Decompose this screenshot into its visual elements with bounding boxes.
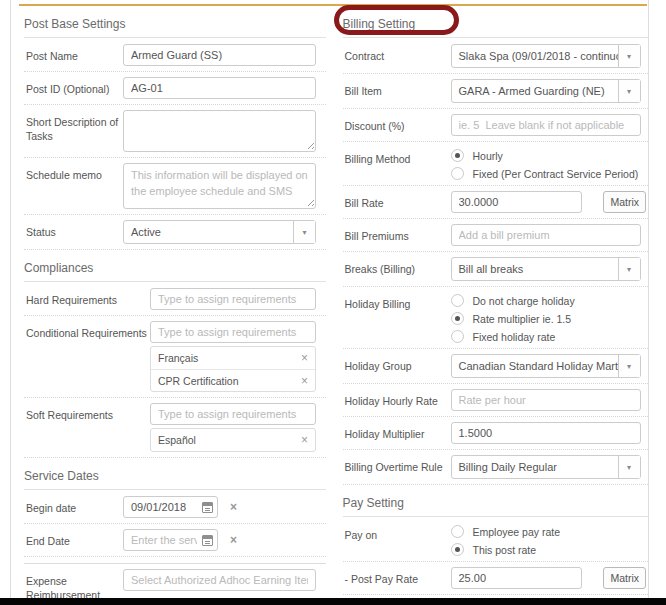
end-date-label: End Date: [26, 529, 123, 548]
chevron-down-icon[interactable]: ▾: [293, 221, 315, 243]
holiday-hourly-rate-label: Holiday Hourly Rate: [345, 389, 451, 408]
clear-date-icon[interactable]: ×: [230, 500, 237, 514]
chevron-down-icon[interactable]: ▾: [618, 258, 640, 280]
billing-overtime-rule-select[interactable]: Billing Daily Regular ▾: [451, 455, 641, 479]
billing-method-option-hourly[interactable]: Hourly: [451, 149, 649, 162]
conditional-requirements-row: Conditional Requirements Français × CPR …: [24, 316, 326, 398]
conditional-requirements-label: Conditional Requirements: [26, 321, 150, 340]
remove-tag-icon[interactable]: ×: [301, 352, 308, 364]
hard-requirements-row: Hard Requirements: [24, 283, 326, 316]
contract-label: Contract: [345, 44, 451, 63]
short-description-textarea[interactable]: [123, 110, 316, 152]
expense-reimbursement-row: Expense Reimbursement: [24, 564, 326, 598]
bill-rate-input[interactable]: [451, 191, 582, 213]
holiday-billing-option-none[interactable]: Do not charge holiday: [451, 294, 649, 307]
billing-method-label: Billing Method: [345, 147, 451, 166]
expense-reimbursement-input[interactable]: [123, 569, 316, 591]
radio-icon[interactable]: [451, 167, 464, 180]
begin-date-label: Begin date: [26, 496, 123, 515]
right-column: Billing Setting Contract Slaka Spa (09/0…: [343, 10, 649, 598]
post-id-label: Post ID (Optional): [26, 77, 123, 96]
radio-label: Do not charge holiday: [473, 295, 575, 307]
post-pay-rate-label: - Post Pay Rate: [345, 567, 451, 586]
requirement-tag: Español ×: [151, 429, 315, 451]
chevron-down-icon[interactable]: ▾: [618, 456, 640, 478]
conditional-requirements-input[interactable]: [150, 321, 316, 343]
pay-on-option-post[interactable]: This post rate: [451, 543, 649, 556]
holiday-billing-option-fixed[interactable]: Fixed holiday rate: [451, 330, 649, 343]
billing-method-option-fixed[interactable]: Fixed (Per Contract Service Period): [451, 167, 649, 180]
holiday-multiplier-input[interactable]: [451, 422, 641, 444]
section-pay-setting: Pay Setting: [343, 489, 649, 517]
holiday-group-select-value: Canadian Standard Holiday MartLK, GDFRI,…: [452, 360, 618, 372]
bottom-black-bar: [0, 598, 666, 605]
billing-overtime-rule-row: Billing Overtime Rule Billing Daily Regu…: [343, 450, 649, 485]
hard-requirements-input[interactable]: [150, 288, 316, 310]
bill-item-select-value: GARA - Armed Guarding (NE): [452, 85, 618, 97]
discount-input[interactable]: [451, 114, 641, 136]
radio-label: Fixed holiday rate: [473, 331, 556, 343]
radio-selected-icon[interactable]: [451, 149, 464, 162]
breaks-billing-select-value: Bill all breaks: [452, 263, 618, 275]
radio-icon[interactable]: [451, 525, 464, 538]
billing-setting-title: Billing Setting: [343, 17, 416, 31]
soft-requirements-input[interactable]: [150, 403, 316, 425]
post-id-row: Post ID (Optional): [24, 72, 326, 105]
holiday-hourly-rate-row: Holiday Hourly Rate: [343, 384, 649, 417]
holiday-hourly-rate-input[interactable]: [451, 389, 641, 411]
chevron-down-icon[interactable]: ▾: [618, 45, 640, 67]
radio-icon[interactable]: [451, 330, 464, 343]
radio-icon[interactable]: [451, 294, 464, 307]
status-label: Status: [26, 220, 123, 239]
calendar-icon[interactable]: [202, 535, 213, 546]
conditional-requirements-tags: Français × CPR Certification ×: [150, 346, 316, 392]
holiday-multiplier-row: Holiday Multiplier: [343, 417, 649, 450]
bill-item-label: Bill Item: [345, 79, 451, 98]
bill-premiums-row: Bill Premiums: [343, 219, 649, 252]
bill-rate-matrix-button[interactable]: Matrix: [603, 191, 646, 213]
post-name-label: Post Name: [26, 44, 123, 63]
bill-item-select[interactable]: GARA - Armed Guarding (NE) ▾: [451, 79, 641, 103]
schedule-memo-textarea[interactable]: [123, 163, 316, 209]
requirement-tag-label: Français: [158, 352, 301, 364]
contract-row: Contract Slaka Spa (09/01/2018 - continu…: [343, 39, 649, 74]
post-pay-rate-row: - Post Pay Rate Matrix: [343, 562, 649, 595]
remove-tag-icon[interactable]: ×: [301, 375, 308, 387]
requirement-tag-label: Español: [158, 434, 301, 446]
breaks-billing-select[interactable]: Bill all breaks ▾: [451, 257, 641, 281]
pay-on-option-employee[interactable]: Employee pay rate: [451, 525, 649, 538]
billing-overtime-rule-select-value: Billing Daily Regular: [452, 461, 618, 473]
status-select[interactable]: Active ▾: [123, 220, 316, 244]
holiday-group-select[interactable]: Canadian Standard Holiday MartLK, GDFRI,…: [451, 354, 641, 378]
clear-date-icon[interactable]: ×: [230, 533, 237, 547]
bill-item-row: Bill Item GARA - Armed Guarding (NE) ▾: [343, 74, 649, 109]
post-id-input[interactable]: [123, 77, 316, 99]
radio-selected-icon[interactable]: [451, 312, 464, 325]
short-description-row: Short Description of Tasks: [24, 105, 326, 158]
hard-requirements-label: Hard Requirements: [26, 288, 150, 307]
bill-rate-row: Bill Rate Matrix: [343, 186, 649, 219]
radio-label: Rate multiplier ie. 1.5: [473, 313, 572, 325]
radio-label: Employee pay rate: [473, 526, 561, 538]
short-description-label: Short Description of Tasks: [26, 110, 123, 143]
accent-top-line: [19, 4, 647, 6]
contract-select-value: Slaka Spa (09/01/2018 - continuous): [452, 50, 618, 62]
post-pay-rate-input[interactable]: [451, 567, 582, 589]
bill-premiums-input[interactable]: [451, 224, 641, 246]
breaks-billing-label: Breaks (Billing): [345, 257, 451, 276]
chevron-down-icon[interactable]: ▾: [618, 355, 640, 377]
radio-selected-icon[interactable]: [451, 543, 464, 556]
remove-tag-icon[interactable]: ×: [301, 434, 308, 446]
holiday-group-label: Holiday Group: [345, 354, 451, 373]
post-pay-rate-matrix-button[interactable]: Matrix: [603, 567, 646, 589]
holiday-billing-option-multiplier[interactable]: Rate multiplier ie. 1.5: [451, 312, 649, 325]
requirement-tag-label: CPR Certification: [158, 375, 301, 387]
contract-select[interactable]: Slaka Spa (09/01/2018 - continuous) ▾: [451, 44, 641, 68]
holiday-group-row: Holiday Group Canadian Standard Holiday …: [343, 349, 649, 384]
discount-label: Discount (%): [345, 114, 451, 133]
post-name-row: Post Name: [24, 39, 326, 72]
post-name-input[interactable]: [123, 44, 316, 66]
chevron-down-icon[interactable]: ▾: [618, 80, 640, 102]
requirement-tag: Français ×: [151, 347, 315, 369]
calendar-icon[interactable]: [202, 502, 213, 513]
